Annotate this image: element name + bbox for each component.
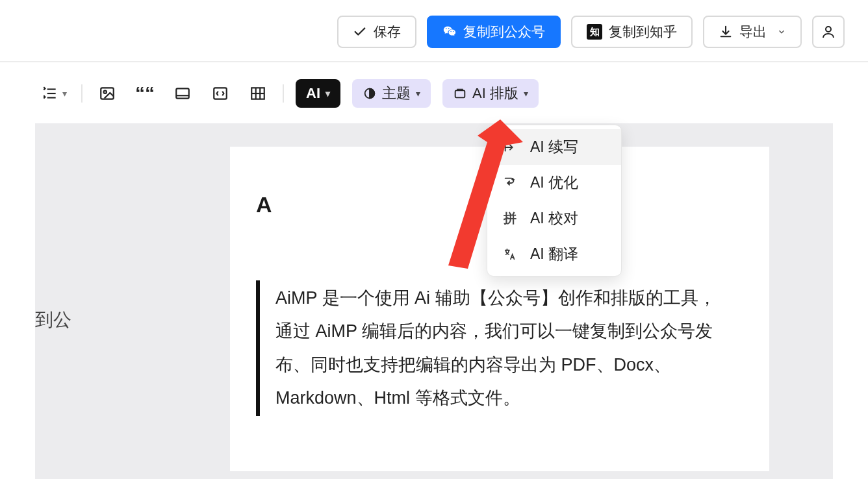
copy-to-zhihu-button[interactable]: 知 复制到知乎 <box>571 16 693 48</box>
ai-menu-item-label: AI 优化 <box>530 173 578 193</box>
layout-icon <box>453 86 467 101</box>
continue-icon <box>502 140 518 154</box>
chevron-down-icon: ▾ <box>326 88 330 99</box>
quote-block[interactable]: AiMP 是一个使用 Ai 辅助【公众号】创作和排版的工具，通过 AiMP 编辑… <box>256 280 722 416</box>
chevron-down-icon <box>777 27 786 36</box>
chevron-down-icon: ▾ <box>62 88 67 99</box>
outline-toggle[interactable]: ▾ <box>39 80 70 106</box>
user-icon <box>821 24 836 40</box>
document-page[interactable]: A ？ AI 续写 AI 优化 拼 AI 校对 <box>230 147 769 471</box>
ai-layout-button[interactable]: AI 排版 ▾ <box>442 79 539 108</box>
ai-menu-optimize[interactable]: AI 优化 <box>487 165 621 201</box>
wechat-icon <box>442 25 457 39</box>
insert-code-button[interactable] <box>207 80 233 106</box>
editor-canvas-wrap: 到公 A ？ AI 续写 AI 优化 拼 <box>0 123 868 479</box>
insert-divider-button[interactable] <box>170 80 196 106</box>
ai-menu-translate[interactable]: AI 翻译 <box>487 236 621 272</box>
ai-menu-item-label: AI 校对 <box>530 208 578 228</box>
ai-dropdown-menu: AI 续写 AI 优化 拼 AI 校对 AI 翻译 <box>487 125 622 276</box>
toolbar-divider <box>283 84 284 103</box>
zhihu-icon: 知 <box>587 24 602 40</box>
copy-zhihu-label: 复制到知乎 <box>609 23 677 41</box>
side-text-fragment: 到公 <box>35 305 71 335</box>
chevron-down-icon: ▾ <box>524 88 528 99</box>
download-icon <box>719 25 733 39</box>
ai-menu-item-label: AI 翻译 <box>530 244 578 264</box>
theme-button[interactable]: 主题 ▾ <box>352 79 431 108</box>
save-button[interactable]: 保存 <box>337 16 416 48</box>
translate-icon <box>502 247 518 262</box>
editor-canvas: 到公 A ？ AI 续写 AI 优化 拼 <box>35 123 833 479</box>
optimize-icon <box>502 176 518 190</box>
insert-table-button[interactable] <box>245 80 271 106</box>
heading-fragment-left: A <box>256 192 273 217</box>
account-button[interactable] <box>812 16 845 48</box>
svg-point-0 <box>826 27 831 32</box>
export-button[interactable]: 导出 <box>703 16 802 48</box>
ai-dropdown-button[interactable]: AI ▾ <box>296 79 340 108</box>
contrast-icon <box>363 86 377 101</box>
insert-image-button[interactable] <box>94 80 120 106</box>
svg-rect-6 <box>176 88 189 98</box>
insert-quote-button[interactable]: ““ <box>132 80 158 106</box>
ai-menu-continue[interactable]: AI 续写 <box>487 129 621 165</box>
editor-toolbar: ▾ ““ AI ▾ 主题 ▾ AI 排版 ▾ <box>0 62 868 108</box>
svg-rect-8 <box>214 88 227 99</box>
theme-label: 主题 <box>382 84 411 103</box>
check-icon <box>353 25 367 39</box>
save-label: 保存 <box>374 23 401 41</box>
ai-menu-item-label: AI 续写 <box>530 137 578 157</box>
ai-layout-label: AI 排版 <box>472 84 518 103</box>
svg-rect-14 <box>455 90 465 97</box>
top-action-bar: 保存 复制到公众号 知 复制到知乎 导出 <box>0 0 868 48</box>
svg-point-5 <box>104 91 107 93</box>
ai-menu-proofread[interactable]: 拼 AI 校对 <box>487 201 621 236</box>
proofread-icon: 拼 <box>502 210 518 227</box>
chevron-down-icon: ▾ <box>416 88 420 99</box>
copy-wechat-label: 复制到公众号 <box>463 23 545 41</box>
quote-text: AiMP 是一个使用 Ai 辅助【公众号】创作和排版的工具，通过 AiMP 编辑… <box>275 288 716 408</box>
ai-badge-label: AI <box>306 85 320 102</box>
copy-to-wechat-button[interactable]: 复制到公众号 <box>427 16 561 48</box>
toolbar-divider <box>81 84 83 103</box>
export-label: 导出 <box>739 23 767 41</box>
